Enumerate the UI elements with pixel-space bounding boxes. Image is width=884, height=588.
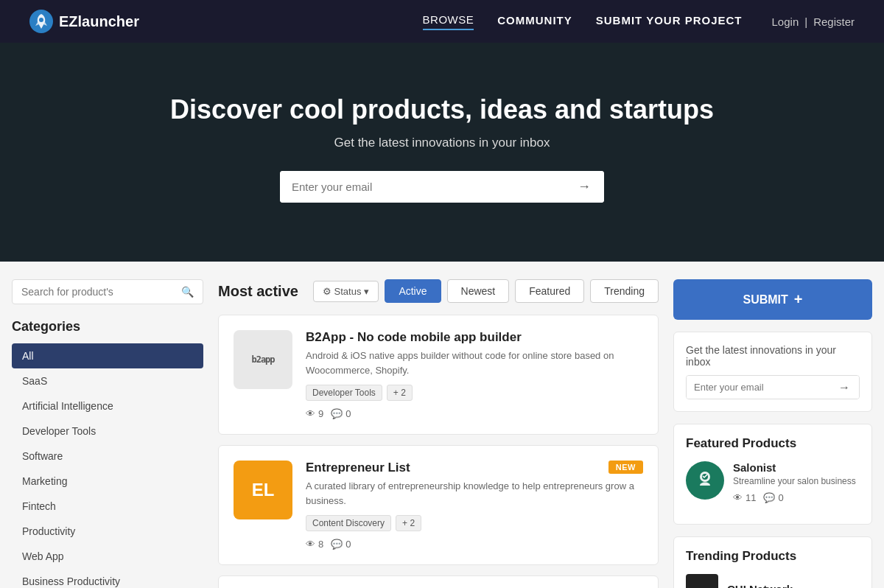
filter-active-button[interactable]: Active <box>385 279 441 303</box>
login-link[interactable]: Login <box>772 15 799 28</box>
filter-trending-button[interactable]: Trending <box>590 279 659 303</box>
category-web-app[interactable]: Web App <box>12 544 203 569</box>
featured-products-title: Featured Products <box>686 436 860 451</box>
vote-icon: 👁 <box>306 408 315 419</box>
comment-number: 0 <box>345 408 351 419</box>
right-sidebar: SUBMIT + Get the latest innovations in y… <box>673 279 872 588</box>
new-badge-entrepreneur: NEW <box>608 461 643 474</box>
hero-heading: Discover cool products, ideas and startu… <box>15 94 869 125</box>
trending-logo-chi <box>686 574 718 588</box>
category-marketing[interactable]: Marketing <box>12 469 203 494</box>
product-logo-entrepreneur: EL <box>234 461 292 519</box>
navbar: EZlauncher BROWSE COMMUNITY SUBMIT YOUR … <box>0 0 884 43</box>
brand-logo[interactable]: EZlauncher <box>29 10 139 33</box>
svg-point-1 <box>39 18 43 22</box>
vote-icon: 👁 <box>733 492 743 503</box>
search-input[interactable] <box>21 286 181 298</box>
newsletter-text: Get the latest innovations in your inbox <box>686 344 860 368</box>
filters: ⚙ Status ▾ Active Newest Featured Trendi… <box>313 279 659 303</box>
vote-icon: 👁 <box>306 539 315 550</box>
product-card-b2app: b2app B2App - No code mobile app builder… <box>218 315 659 435</box>
trending-products-title: Trending Products <box>686 549 860 564</box>
product-stats-b2app: 👁 9 💬 0 <box>306 408 643 419</box>
category-software[interactable]: Software <box>12 444 203 469</box>
vote-count-entrepreneur[interactable]: 👁 8 <box>306 539 323 550</box>
newsletter-email-input[interactable] <box>687 376 829 399</box>
tag-developer-tools[interactable]: Developer Tools <box>306 385 382 401</box>
submit-button[interactable]: SUBMIT + <box>673 279 872 320</box>
search-icon: 🔍 <box>181 286 194 298</box>
featured-name-salonist[interactable]: Salonist <box>733 461 860 474</box>
vote-count-b2app[interactable]: 👁 9 <box>306 408 323 419</box>
hero-submit-button[interactable]: → <box>564 171 604 203</box>
trending-name-chi[interactable]: CHI Network <box>727 583 793 588</box>
search-box[interactable]: 🔍 <box>12 279 203 304</box>
nav-community[interactable]: COMMUNITY <box>497 14 572 29</box>
submit-label: SUBMIT <box>743 293 787 307</box>
main-layout: 🔍 Categories All SaaS Artificial Intelli… <box>0 262 884 588</box>
content-header: Most active ⚙ Status ▾ Active Newest Fea… <box>218 279 659 303</box>
filter-status-icon: ⚙ <box>323 286 332 297</box>
product-logo-b2app: b2app <box>234 330 292 389</box>
nav-links: BROWSE COMMUNITY SUBMIT YOUR PROJECT <box>423 13 743 30</box>
category-all[interactable]: All <box>12 343 203 368</box>
product-stats-entrepreneur: 👁 8 💬 0 <box>306 539 643 550</box>
featured-votes-salonist[interactable]: 👁 11 <box>733 492 756 503</box>
comment-icon: 💬 <box>331 408 343 419</box>
newsletter-submit-button[interactable]: → <box>829 376 859 399</box>
featured-info-salonist: Salonist Streamline your salon business … <box>733 461 860 503</box>
featured-products-box: Featured Products Salonist Streamline yo… <box>673 424 872 525</box>
product-tags-entrepreneur: Content Discovery + 2 <box>306 515 643 531</box>
categories-title: Categories <box>12 319 203 335</box>
tag-content-discovery[interactable]: Content Discovery <box>306 515 391 531</box>
tag-plus-entrepreneur[interactable]: + 2 <box>396 515 421 531</box>
comment-count-b2app[interactable]: 💬 0 <box>331 408 351 419</box>
vote-number: 8 <box>318 539 323 550</box>
product-info-b2app: B2App - No code mobile app builder Andro… <box>306 330 643 419</box>
category-ai[interactable]: Artificial Intelligence <box>12 393 203 419</box>
auth-separator: | <box>804 15 807 28</box>
vote-number: 11 <box>746 492 756 503</box>
featured-desc-salonist: Streamline your salon business <box>733 476 860 486</box>
nav-browse[interactable]: BROWSE <box>423 13 474 30</box>
trending-products-box: Trending Products CHI Network <box>673 536 872 588</box>
chevron-down-icon: ▾ <box>364 286 369 297</box>
product-name-entrepreneur[interactable]: Entrepreneur List <box>306 461 643 475</box>
newsletter-box: Get the latest innovations in your inbox… <box>673 332 872 412</box>
brand-name: EZlauncher <box>59 13 139 30</box>
nav-submit-project[interactable]: SUBMIT YOUR PROJECT <box>596 14 743 29</box>
trending-item-chi: CHI Network <box>686 574 860 588</box>
filter-status-dropdown[interactable]: ⚙ Status ▾ <box>313 281 379 302</box>
hero-form: → <box>15 171 869 203</box>
category-business-productivity[interactable]: Business Productivity <box>12 569 203 588</box>
product-name-b2app[interactable]: B2App - No code mobile app builder <box>306 330 643 345</box>
register-link[interactable]: Register <box>813 15 855 28</box>
filter-featured-button[interactable]: Featured <box>515 279 584 303</box>
product-card-entry2exit: Entry2Exit visitor management system Ent… <box>218 575 659 588</box>
tag-plus-b2app[interactable]: + 2 <box>387 385 413 401</box>
newsletter-input-wrap: → <box>686 375 860 399</box>
sidebar: 🔍 Categories All SaaS Artificial Intelli… <box>12 279 203 588</box>
hero-email-input[interactable] <box>280 171 564 203</box>
section-title: Most active <box>218 283 298 300</box>
category-saas[interactable]: SaaS <box>12 368 203 393</box>
category-list: All SaaS Artificial Intelligence Develop… <box>12 343 203 588</box>
comment-icon: 💬 <box>331 539 343 550</box>
filter-status-label: Status <box>334 286 362 297</box>
product-card-entrepreneur: EL Entrepreneur List A curated library o… <box>218 445 659 565</box>
product-tags-b2app: Developer Tools + 2 <box>306 385 643 401</box>
nav-auth: Login | Register <box>772 15 855 28</box>
product-desc-b2app: Android & iOS native apps builder withou… <box>306 349 643 377</box>
comment-count-entrepreneur[interactable]: 💬 0 <box>331 539 351 550</box>
hero-subheading: Get the latest innovations in your inbox <box>15 136 869 150</box>
featured-stats-salonist: 👁 11 💬 0 <box>733 492 860 503</box>
salonist-icon <box>694 469 716 491</box>
category-productivity[interactable]: Productivity <box>12 519 203 544</box>
featured-comments-salonist[interactable]: 💬 0 <box>763 492 783 503</box>
vote-number: 9 <box>318 408 323 419</box>
comment-number: 0 <box>778 492 783 503</box>
filter-newest-button[interactable]: Newest <box>447 279 510 303</box>
main-content: Most active ⚙ Status ▾ Active Newest Fea… <box>218 279 659 588</box>
category-fintech[interactable]: Fintech <box>12 494 203 519</box>
category-developer-tools[interactable]: Developer Tools <box>12 419 203 444</box>
